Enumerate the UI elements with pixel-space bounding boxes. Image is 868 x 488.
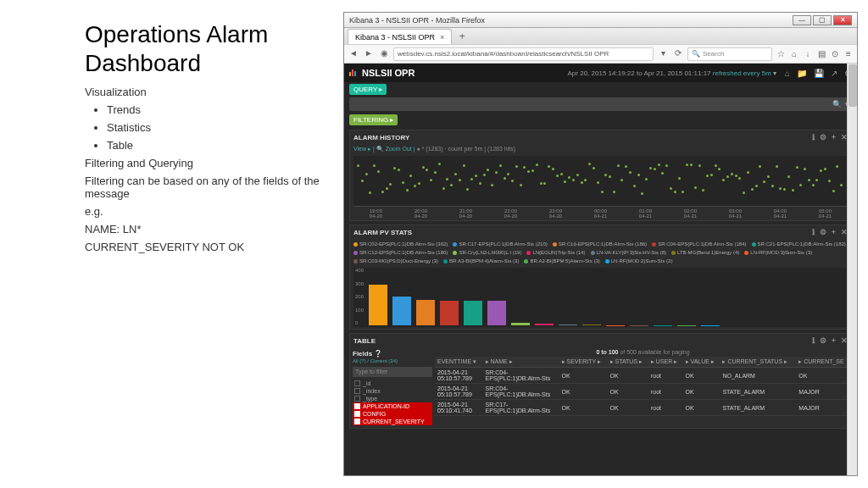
legend-item[interactable]: SR:C12-EPS{PLC:1}DB:Alrm-Sts (180) (353, 250, 448, 255)
fields-filter-input[interactable]: Type to filter (353, 367, 432, 377)
new-tab-button[interactable]: + (455, 30, 469, 44)
browser-window: Kibana 3 - NSLSII OPR - Mozilla Firefox … (343, 12, 858, 476)
tab-close-icon[interactable]: × (440, 33, 444, 42)
add-icon[interactable]: + (832, 336, 836, 345)
close-button[interactable]: ✕ (833, 15, 852, 25)
field-item[interactable]: _type (353, 395, 432, 402)
help-icon[interactable]: ❔ (374, 350, 382, 358)
legend-item[interactable]: SR:C21-EPS{PLC:1}DB:Alrm-Sts (182) (752, 241, 846, 247)
reload-button[interactable]: ⟳ (672, 48, 684, 60)
scrollbar-thumb[interactable] (849, 64, 857, 107)
query-button[interactable]: QUERY ▸ (349, 84, 387, 95)
legend-item[interactable]: BR:A3-BI{BPM:4}Alarm-Sts (3) (443, 258, 519, 263)
menu-icon[interactable]: ≡ (843, 49, 854, 59)
legend: SR:C02-EPS{PLC:1}DB:Alrm-Sts (302)SR:C17… (350, 239, 851, 266)
logo-icon (349, 68, 357, 78)
bar[interactable] (511, 323, 530, 325)
field-item[interactable]: ✓CURRENT_SEVERITY (353, 418, 432, 425)
table-row[interactable]: 2015-04-2105:10:41.740SR:C17-EPS(PLC:1)D… (435, 400, 851, 416)
bar-chart[interactable]: 4003002001000 (353, 268, 848, 327)
example-1: NAME: LN* (85, 223, 333, 236)
history-chart[interactable] (353, 156, 848, 207)
save-icon[interactable]: 💾 (814, 69, 824, 78)
bar[interactable] (369, 285, 387, 325)
address-bar[interactable]: websdev.cs.nsls2.local/kibana/#/dashboar… (393, 47, 654, 61)
legend-item[interactable]: SR-Cry{LN2-LI9000}L:I (19) (453, 250, 521, 255)
view-link[interactable]: View ▸ | (353, 146, 375, 152)
bar[interactable] (559, 324, 577, 325)
legend-item[interactable]: LN-RF{MOD:2}Sum-Sts (2) (605, 258, 673, 263)
bookmark-icon[interactable]: ☆ (776, 49, 786, 59)
column-header[interactable]: ▸ CURRENT_SE (796, 357, 851, 368)
legend-item[interactable]: LTB-MG{Bend:1}Energy (4) (671, 250, 739, 255)
table-panel: TABLE ℹ ⚙ + ✕ Fields ❔ All (7) / Current… (349, 333, 852, 429)
back-button[interactable]: ◄ (348, 48, 359, 60)
bar[interactable] (535, 324, 554, 325)
legend-item[interactable]: SR:C04-EPS{PLC:1}DB:Alrm-Sts (184) (652, 241, 746, 247)
config-icon[interactable]: ⚙ (820, 336, 826, 345)
legend-item[interactable]: BR:A2-BI{BPM:5}Alarm-Sts (3) (524, 258, 599, 263)
browser-tab[interactable]: Kibana 3 - NSLSII OPR × (348, 29, 452, 44)
panel-title: ALARM PV STATS (353, 229, 412, 236)
window-title: Kibana 3 - NSLSII OPR - Mozilla Firefox (349, 16, 485, 25)
column-header[interactable]: ▸ STATUS ▸ (608, 357, 648, 368)
legend-item[interactable]: LN-VA:KLY{IP:3}Sts:HV-Sts (8) (591, 250, 666, 255)
legend-item[interactable]: LN{EGUN}Trip-Sts (14) (526, 250, 585, 255)
field-item[interactable]: _id (353, 380, 432, 387)
slide-title: Operations Alarm Dashboard (85, 20, 333, 77)
table-row[interactable]: 2015-04-2105:10:57.789SR:C04-EPS(PLC:1)D… (435, 368, 851, 384)
bookmarks-icon[interactable]: ▤ (816, 49, 826, 59)
window-titlebar: Kibana 3 - NSLSII OPR - Mozilla Firefox … (344, 13, 857, 28)
column-header[interactable]: ▸ USER ▸ (648, 357, 683, 368)
add-icon[interactable]: + (832, 228, 836, 236)
legend-item[interactable]: LN-RF{MOD:3}Sum-Sts (3) (744, 250, 812, 255)
example-2: CURRENT_SEVERITY NOT OK (85, 241, 333, 253)
bar[interactable] (464, 301, 482, 325)
column-header[interactable]: ▸ SEVERITY ▸ (559, 357, 608, 368)
bar[interactable] (582, 324, 601, 325)
kibana-topbar: NSLSII OPR Apr 20, 2015 14:19:22 to Apr … (344, 64, 857, 82)
bar[interactable] (392, 297, 411, 325)
column-header[interactable]: ▸ NAME ▸ (483, 357, 559, 368)
share-icon[interactable]: ↗ (831, 69, 837, 78)
config-icon[interactable]: ⚙ (820, 228, 826, 236)
time-range[interactable]: Apr 20, 2015 14:19:22 to Apr 21, 2015 01… (568, 69, 776, 77)
info-icon[interactable]: ℹ (812, 133, 815, 141)
column-header[interactable]: ▸ CURRENT_STATUS ▸ (720, 357, 796, 368)
bar[interactable] (487, 301, 506, 325)
column-header[interactable]: ▸ VALUE ▸ (683, 357, 721, 368)
fields-heading: Fields (353, 350, 372, 358)
legend-item[interactable]: SR:C03-MG{PS:D}Duct-Energy (3) (353, 258, 438, 263)
query-input[interactable]: 🔍 + (349, 97, 852, 111)
legend-item[interactable]: SR:C02-EPS{PLC:1}DB:Alrm-Sts (302) (353, 241, 448, 247)
field-item[interactable]: ✓CONFIG (353, 410, 432, 418)
field-item[interactable]: ✓APPLICATION-ID (353, 402, 432, 410)
scrollbar[interactable] (847, 64, 857, 475)
home-icon[interactable]: ⌂ (789, 49, 799, 59)
minimize-button[interactable]: — (793, 15, 811, 25)
legend-item[interactable]: SR:C17-EPS{PLC:1}DB:Alrm-Sts (210) (453, 241, 547, 247)
table-row[interactable]: 2015-04-2105:10:57.789SR:C04-EPS(PLC:1)D… (435, 384, 851, 400)
dropdown-icon[interactable]: ▾ (657, 48, 669, 60)
maximize-button[interactable]: ▢ (813, 15, 832, 25)
forward-button[interactable]: ► (363, 48, 375, 60)
vis-list: Trends Statistics Table (85, 103, 333, 152)
column-header[interactable]: EVENTTIME ▾ (435, 357, 483, 368)
legend-item[interactable]: SR:C16-EPS{PLC:1}DB:Alrm-Sts (186) (553, 241, 647, 247)
download-icon[interactable]: ↓ (803, 49, 813, 59)
add-icon[interactable]: + (832, 133, 836, 141)
zoom-out-link[interactable]: 🔍 Zoom Out | (376, 146, 415, 152)
panel-title: ALARM HISTORY (353, 134, 409, 141)
home-icon[interactable]: ⌂ (785, 69, 790, 78)
browser-search-input[interactable]: 🔍Search (687, 47, 772, 61)
config-icon[interactable]: ⚙ (820, 133, 826, 141)
list-item: Trends (107, 103, 333, 116)
field-item[interactable]: _index (353, 387, 432, 395)
info-icon[interactable]: ℹ (812, 228, 815, 236)
folder-icon[interactable]: 📁 (797, 69, 807, 78)
bar[interactable] (416, 300, 435, 325)
bar[interactable] (440, 301, 459, 325)
info-icon[interactable]: ℹ (812, 336, 815, 345)
filtering-button[interactable]: FILTERING ▸ (349, 114, 398, 125)
history-icon[interactable]: ⊙ (830, 49, 840, 59)
